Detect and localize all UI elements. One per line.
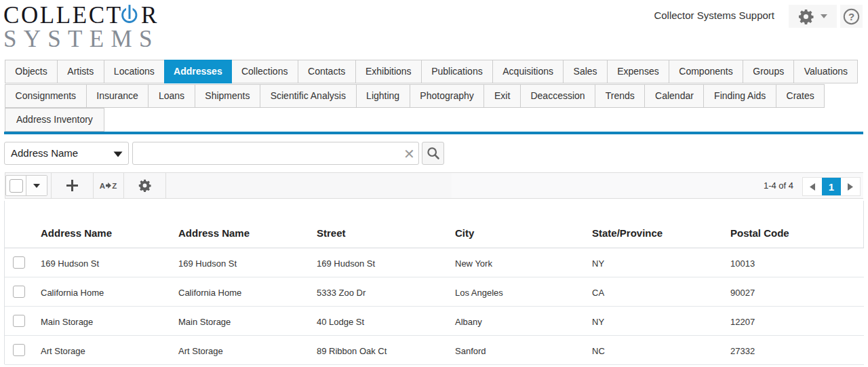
svg-text:?: ? [848,11,854,22]
